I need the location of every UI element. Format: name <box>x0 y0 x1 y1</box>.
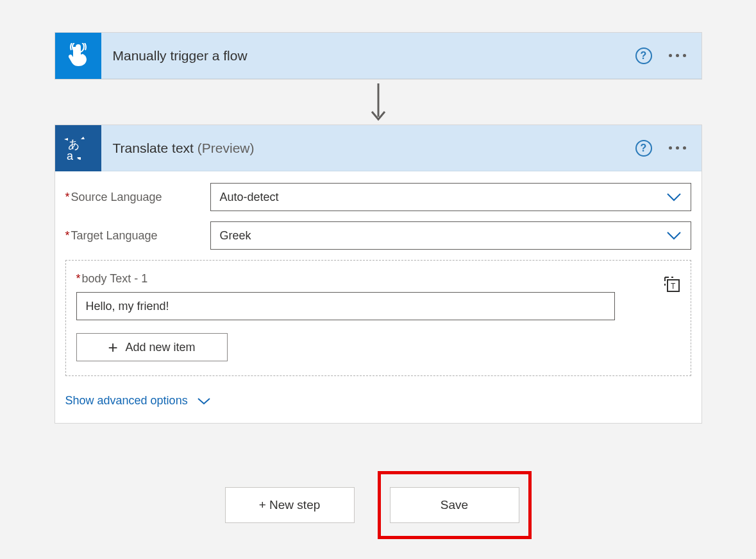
source-language-label: *Source Language <box>65 191 210 204</box>
body-text-group: *body Text - 1 T + Add new item <box>65 260 691 376</box>
more-icon[interactable] <box>669 54 686 57</box>
manual-trigger-icon <box>55 33 101 79</box>
flow-canvas: Manually trigger a flow ? あ a <box>0 0 756 539</box>
body-text-input[interactable] <box>76 292 615 320</box>
help-icon[interactable]: ? <box>635 140 652 157</box>
target-language-value: Greek <box>220 229 251 243</box>
target-language-row: *Target Language Greek <box>65 221 691 250</box>
plus-icon: + <box>108 339 117 356</box>
trigger-title: Manually trigger a flow <box>113 48 635 64</box>
source-language-select[interactable]: Auto-detect <box>210 183 691 211</box>
target-language-label: *Target Language <box>65 229 210 243</box>
save-button[interactable]: Save <box>390 487 519 523</box>
trigger-header[interactable]: Manually trigger a flow ? <box>55 33 701 79</box>
svg-text:T: T <box>671 282 676 291</box>
dynamic-content-icon[interactable]: T <box>664 276 682 294</box>
action-card: あ a Translate text (Preview) ? <box>55 125 702 424</box>
help-icon[interactable]: ? <box>635 47 652 64</box>
chevron-down-icon <box>197 397 211 405</box>
add-new-item-label: Add new item <box>126 341 196 354</box>
svg-text:あ: あ <box>68 138 80 151</box>
footer-buttons: + New step Save <box>225 471 532 539</box>
action-title: Translate text (Preview) <box>113 141 635 156</box>
source-language-value: Auto-detect <box>220 191 279 204</box>
advanced-options-label: Show advanced options <box>65 394 188 408</box>
save-highlight-box: Save <box>378 471 532 539</box>
new-step-button[interactable]: + New step <box>225 487 355 523</box>
show-advanced-options-link[interactable]: Show advanced options <box>65 394 691 408</box>
action-title-text: Translate text <box>113 141 194 155</box>
trigger-card[interactable]: Manually trigger a flow ? <box>55 32 702 80</box>
source-language-row: *Source Language Auto-detect <box>65 183 691 211</box>
action-body: *Source Language Auto-detect *Target Lan… <box>55 171 701 423</box>
chevron-down-icon <box>666 231 682 240</box>
action-header[interactable]: あ a Translate text (Preview) ? <box>55 125 701 171</box>
translate-icon: あ a <box>55 125 101 171</box>
action-preview-badge: (Preview) <box>197 141 255 155</box>
body-text-label: *body Text - 1 <box>76 272 680 286</box>
action-header-actions: ? <box>635 140 701 157</box>
trigger-header-actions: ? <box>635 47 701 64</box>
add-new-item-button[interactable]: + Add new item <box>76 333 228 361</box>
target-language-select[interactable]: Greek <box>210 221 691 250</box>
connector-arrow-icon <box>369 80 387 125</box>
svg-text:a: a <box>67 150 74 162</box>
chevron-down-icon <box>666 193 682 202</box>
more-icon[interactable] <box>669 146 686 150</box>
